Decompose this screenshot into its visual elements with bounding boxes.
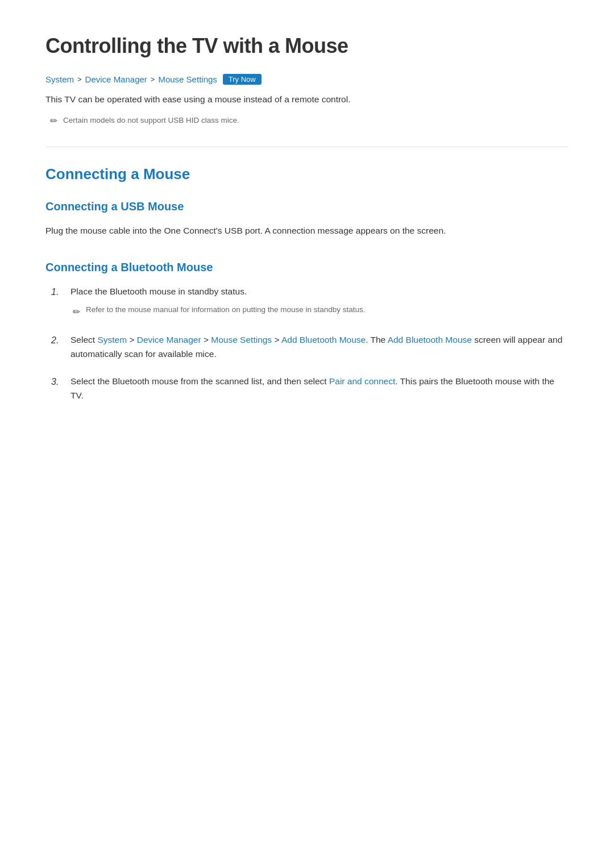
step-2-mouse-settings-link[interactable]: Mouse Settings bbox=[211, 335, 272, 344]
breadcrumb-device-manager[interactable]: Device Manager bbox=[85, 74, 147, 84]
usb-description: Plug the mouse cable into the One Connec… bbox=[45, 223, 569, 238]
list-item: 1. Place the Bluetooth mouse in standby … bbox=[51, 284, 569, 320]
intro-description: This TV can be operated with ease using … bbox=[45, 93, 569, 107]
step-2-add-bt-link[interactable]: Add Bluetooth Mouse bbox=[281, 335, 366, 344]
step-number-2: 2. bbox=[51, 333, 63, 348]
step-3-text-before: Select the Bluetooth mouse from the scan… bbox=[70, 376, 329, 386]
step-number-1: 1. bbox=[51, 285, 63, 300]
list-item: 3. Select the Bluetooth mouse from the s… bbox=[51, 374, 569, 403]
bluetooth-subsection: Connecting a Bluetooth Mouse 1. Place th… bbox=[45, 261, 569, 403]
page-title: Controlling the TV with a Mouse bbox=[45, 34, 569, 58]
step-number-3: 3. bbox=[51, 375, 63, 389]
note-icon: ✏ bbox=[50, 115, 57, 126]
step-3-content: Select the Bluetooth mouse from the scan… bbox=[70, 374, 569, 403]
step-2-add-bt-link2[interactable]: Add Bluetooth Mouse bbox=[388, 335, 472, 344]
step-1-note-text: Refer to the mouse manual for informatio… bbox=[86, 304, 366, 315]
step-2-text-before: Select bbox=[70, 335, 97, 344]
usb-subsection: Connecting a USB Mouse Plug the mouse ca… bbox=[45, 200, 569, 238]
breadcrumb-separator-2: > bbox=[151, 75, 155, 84]
step-2-system-link[interactable]: System bbox=[97, 335, 127, 344]
intro-note-text: Certain models do not support USB HID cl… bbox=[63, 115, 239, 126]
step-2-sep3: > bbox=[272, 335, 281, 344]
breadcrumb: System > Device Manager > Mouse Settings… bbox=[45, 74, 569, 85]
step-1-note-icon: ✏ bbox=[73, 305, 80, 319]
step-2-device-manager-link[interactable]: Device Manager bbox=[137, 335, 201, 344]
step-2-text-middle: . The bbox=[366, 335, 388, 344]
bluetooth-steps-list: 1. Place the Bluetooth mouse in standby … bbox=[51, 284, 569, 403]
step-1-text: Place the Bluetooth mouse in standby sta… bbox=[70, 286, 247, 296]
try-now-badge[interactable]: Try Now bbox=[223, 74, 262, 85]
bluetooth-subsection-title: Connecting a Bluetooth Mouse bbox=[45, 261, 569, 274]
breadcrumb-mouse-settings[interactable]: Mouse Settings bbox=[158, 74, 217, 84]
connecting-section-title: Connecting a Mouse bbox=[45, 165, 569, 183]
step-1-note: ✏ Refer to the mouse manual for informat… bbox=[73, 304, 569, 319]
step-2-content: Select System > Device Manager > Mouse S… bbox=[70, 333, 569, 362]
breadcrumb-separator-1: > bbox=[77, 75, 82, 84]
list-item: 2. Select System > Device Manager > Mous… bbox=[51, 333, 569, 362]
step-2-sep2: > bbox=[201, 335, 211, 344]
step-3-pair-link[interactable]: Pair and connect bbox=[329, 376, 395, 386]
breadcrumb-system[interactable]: System bbox=[45, 74, 74, 84]
usb-subsection-title: Connecting a USB Mouse bbox=[45, 200, 569, 213]
section-divider bbox=[45, 147, 569, 147]
step-1-content: Place the Bluetooth mouse in standby sta… bbox=[70, 284, 569, 320]
intro-note: ✏ Certain models do not support USB HID … bbox=[50, 115, 569, 126]
step-2-sep1: > bbox=[127, 335, 137, 344]
